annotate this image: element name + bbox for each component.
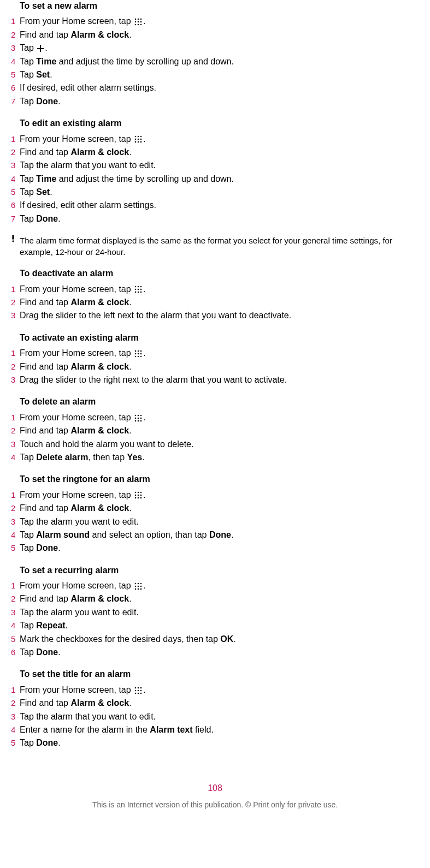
step-text-fragment: . <box>58 214 60 223</box>
svg-point-26 <box>138 289 139 290</box>
step-text-fragment: . <box>143 16 145 26</box>
step-text: From your Home screen, tap . <box>20 580 419 592</box>
svg-point-54 <box>140 495 142 496</box>
step-number: 5 <box>11 69 20 80</box>
svg-point-51 <box>140 492 142 494</box>
step-number: 4 <box>11 724 20 735</box>
step-text-bold: Done <box>36 214 58 223</box>
step-number: 3 <box>11 374 20 385</box>
step-text: From your Home screen, tap . <box>20 412 419 424</box>
note-row: The alarm time format displayed is the s… <box>11 235 419 258</box>
svg-point-74 <box>138 692 139 694</box>
svg-point-30 <box>140 292 142 293</box>
step-text-fragment: From your Home screen, tap <box>20 16 133 26</box>
svg-point-17 <box>135 141 137 143</box>
svg-point-41 <box>138 414 139 416</box>
step-row: 5Tap Done. <box>11 737 419 749</box>
step-text-fragment: . <box>143 348 145 358</box>
step-text: Tap Done. <box>20 737 419 749</box>
step-text-bold: Alarm & clock <box>70 426 129 435</box>
svg-point-16 <box>140 139 142 140</box>
step-text-fragment: field. <box>193 725 214 734</box>
step-row: 3Tap the alarm that you want to edit. <box>11 159 419 171</box>
step-text-fragment: Tap <box>20 57 36 66</box>
step-number: 1 <box>11 283 20 295</box>
svg-point-43 <box>135 417 137 419</box>
svg-point-47 <box>138 420 139 421</box>
svg-point-58 <box>135 583 137 585</box>
step-text-bold: Alarm & clock <box>70 362 129 371</box>
step-text: Find and tap Alarm & clock. <box>20 593 419 605</box>
svg-point-39 <box>140 356 142 358</box>
step-text-fragment: Tap <box>20 738 36 747</box>
step-row: 7Tap Done. <box>11 96 419 108</box>
svg-point-13 <box>140 136 142 138</box>
step-text-fragment: From your Home screen, tap <box>20 413 133 422</box>
step-text: Tap Repeat. <box>20 620 419 632</box>
instruction-section: To set the title for an alarm1From your … <box>11 668 419 749</box>
svg-point-61 <box>135 586 137 587</box>
step-text: Find and tap Alarm & clock. <box>20 146 419 158</box>
step-row: 1From your Home screen, tap . <box>11 684 419 696</box>
step-number: 5 <box>11 633 20 645</box>
step-text-fragment: . <box>143 413 145 422</box>
svg-point-36 <box>140 353 142 355</box>
step-number: 2 <box>11 146 20 158</box>
step-number: 3 <box>11 42 20 53</box>
step-text-fragment: . <box>129 30 131 39</box>
step-row: 1From your Home screen, tap . <box>11 489 419 501</box>
step-text-fragment: Find and tap <box>20 594 70 603</box>
svg-point-72 <box>140 689 142 691</box>
step-text: Tap Time and adjust the time by scrollin… <box>20 173 419 185</box>
apps-grid-icon <box>134 350 142 358</box>
step-text-bold: Alarm sound <box>36 530 90 539</box>
important-icon <box>11 235 20 244</box>
step-text-fragment: and select an option, than tap <box>90 530 209 539</box>
step-number: 4 <box>11 529 20 540</box>
step-row: 2Find and tap Alarm & clock. <box>11 361 419 373</box>
step-row: 4Tap Repeat. <box>11 620 419 632</box>
step-text-fragment: From your Home screen, tap <box>20 685 133 694</box>
step-text-fragment: . <box>143 685 145 694</box>
step-text-fragment: . <box>129 698 131 708</box>
svg-point-71 <box>138 689 139 691</box>
step-text-bold: Time <box>36 57 56 66</box>
step-row: 2Find and tap Alarm & clock. <box>11 502 419 514</box>
step-number: 6 <box>11 646 20 658</box>
step-text-fragment: . <box>50 187 52 197</box>
svg-point-62 <box>138 586 139 587</box>
step-row: 2Find and tap Alarm & clock. <box>11 29 419 41</box>
step-number: 1 <box>11 580 20 591</box>
step-text: Find and tap Alarm & clock. <box>20 697 419 709</box>
step-text-fragment: Tap <box>20 214 36 223</box>
step-text: Tap Set. <box>20 186 419 198</box>
step-text-fragment: Find and tap <box>20 698 70 708</box>
step-text: Tap Done. <box>20 96 419 108</box>
step-number: 2 <box>11 593 20 604</box>
step-text-fragment: Tap <box>20 543 36 552</box>
step-text-fragment: . <box>143 134 145 144</box>
step-text-bold: Delete alarm <box>36 453 88 462</box>
step-number: 2 <box>11 296 20 308</box>
step-row: 3Drag the slider to the right next to th… <box>11 374 419 386</box>
apps-grid-icon <box>134 135 142 143</box>
step-text-bold: Set <box>36 187 50 197</box>
step-text-fragment: Tap <box>20 621 36 630</box>
step-text-fragment: . <box>50 70 52 79</box>
step-number: 2 <box>11 29 20 40</box>
step-text: Find and tap Alarm & clock. <box>20 296 419 308</box>
step-text-fragment: Find and tap <box>20 503 70 513</box>
apps-grid-icon <box>134 582 142 590</box>
step-text-fragment: . <box>143 284 145 294</box>
step-number: 4 <box>11 451 20 463</box>
step-number: 1 <box>11 412 20 423</box>
section-title: To set a recurring alarm <box>11 564 419 576</box>
section-title: To deactivate an alarm <box>11 267 419 280</box>
svg-point-22 <box>135 286 137 288</box>
page-number: 108 <box>11 782 419 794</box>
svg-point-1 <box>138 19 139 20</box>
step-text-fragment: Tap <box>20 453 36 462</box>
svg-point-4 <box>138 21 139 23</box>
step-row: 5Tap Set. <box>11 186 419 198</box>
step-number: 3 <box>11 310 20 321</box>
